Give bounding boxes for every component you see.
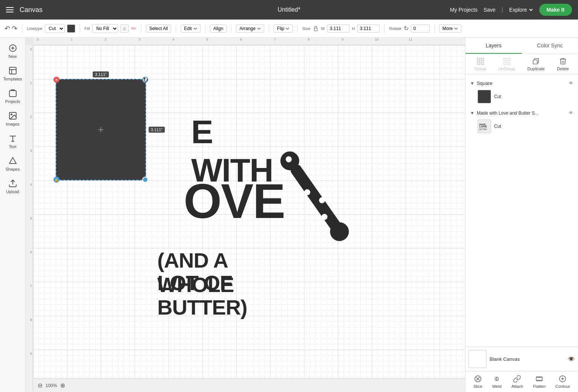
design-layer-header[interactable]: ▼ Made with Love and Butter S... 👁 [468,109,575,117]
chevron-down-icon [529,8,533,12]
slice-action[interactable]: Slice [473,375,482,389]
rotate-handle[interactable]: ↻ [142,77,148,83]
blank-canvas-visibility-icon[interactable]: 👁️ [567,356,575,363]
sidebar-item-upload[interactable]: Upload [2,176,24,197]
dimension-label-height: 3.111" [149,127,165,133]
svg-rect-24 [503,62,506,64]
tab-color-sync[interactable]: Color Sync [522,38,578,54]
more-button[interactable]: More [439,24,461,33]
svg-rect-4 [9,67,16,74]
save-button[interactable]: Save [484,7,496,13]
svg-rect-23 [508,58,510,61]
svg-rect-0 [314,28,317,31]
center-icon: + [98,124,104,136]
make-it-button[interactable]: Make It [539,4,572,16]
svg-rect-7 [9,91,16,97]
square-visibility-icon[interactable]: 👁 [569,80,573,86]
fill-select[interactable]: No Fill [92,24,118,33]
fill-color-swatch[interactable] [120,24,129,33]
svg-text:BUTTER: BUTTER [479,128,487,130]
lock-handle[interactable]: 🔒 [53,177,59,183]
edit-dropdown-icon [193,27,197,30]
design-layer-group: ▼ Made with Love and Butter S... 👁 MADE … [465,107,578,137]
more-dropdown-icon [454,27,458,30]
hamburger-menu[interactable] [6,7,14,12]
topbar: Canvas Untitled* My Projects Save | Expl… [0,0,578,20]
arrange-dropdown-icon [257,27,261,30]
width-input[interactable] [327,24,350,33]
height-label: H [352,26,355,31]
svg-rect-25 [508,62,510,64]
sidebar-item-templates[interactable]: Templates [2,63,24,84]
square-collapse-icon: ▼ [470,81,475,86]
weld-action[interactable]: Weld [492,375,502,389]
svg-rect-31 [536,377,543,380]
linetype-color-swatch[interactable] [67,24,75,33]
fill-label: Fill [85,26,90,31]
my-projects-link[interactable]: My Projects [450,7,478,13]
delete-handle[interactable]: ✕ [53,77,59,83]
panel-actions: Group UnGroup Duplicate Delete [465,54,578,74]
main-area: New Templates Projects Images Text Shape… [0,38,578,392]
delete-action[interactable]: Delete [557,57,569,71]
sidebar-item-new[interactable]: New [2,41,24,62]
pen-icon[interactable]: ✏ [131,24,137,33]
rotate-icon: ↻ [404,25,409,32]
ungroup-action[interactable]: UnGroup [498,57,515,71]
edit-button[interactable]: Edit [181,24,201,33]
rotate-input[interactable] [411,24,430,33]
zoom-out-button[interactable]: ⊖ [38,382,43,389]
zoom-in-button[interactable]: ⊕ [60,382,65,389]
duplicate-action[interactable]: Duplicate [528,57,545,71]
canvas-area[interactable]: 0 1 2 3 4 5 6 7 8 9 10 11 0 1 2 3 4 5 6 … [26,38,465,392]
sidebar-item-text[interactable]: Text [2,131,24,152]
group-action[interactable]: Group [475,57,486,71]
linetype-select[interactable]: Cut [45,24,65,33]
sidebar-item-images[interactable]: Images [2,108,24,129]
align-button[interactable]: Align [210,24,227,33]
zoom-bar: ⊖ 100% ⊕ [33,378,465,392]
sidebar-item-shapes[interactable]: Shapes [2,153,24,174]
arrange-button[interactable]: Arrange [236,24,264,33]
flip-group: Flip [274,24,298,33]
svg-rect-22 [503,58,506,61]
redo-button[interactable]: ↷ [12,24,17,33]
width-label: W [321,26,325,31]
right-panel: Layers Color Sync Group UnGroup Duplicat… [465,38,578,392]
square-layer-header[interactable]: ▼ Square 👁 [468,79,575,88]
align-group: Align [210,24,232,33]
attach-action[interactable]: Attach [511,375,523,389]
flip-button[interactable]: Flip [274,24,293,33]
fill-group: Fill No Fill ✏ [85,24,141,33]
flip-dropdown-icon [286,27,289,30]
square-layer-thumb [478,90,491,103]
panel-tabs: Layers Color Sync [465,38,578,54]
design-collapse-icon: ▼ [470,110,475,116]
blank-canvas-label: Blank Canvas [490,356,564,362]
svg-rect-19 [481,58,483,61]
select-all-button[interactable]: Select All [146,24,171,33]
design-layer-item[interactable]: MADE LOVE BUTTER Cut [468,117,575,135]
flatten-action[interactable]: Flatten [533,375,546,389]
scale-handle[interactable] [142,177,148,183]
square-element[interactable]: + 3.111" 3.111" ✕ ↻ 🔒 [56,79,146,180]
square-layer-name: Square [477,80,493,86]
height-input[interactable] [357,24,380,33]
dimension-label-width: 3.111" [93,71,109,77]
svg-rect-20 [477,62,479,64]
rotate-group: Rotate ↻ [389,24,434,33]
canvas-content[interactable]: + 3.111" 3.111" ✕ ↻ 🔒 E WITH OVE [33,45,465,378]
contour-action[interactable]: Contour [555,375,570,389]
layers-list: ▼ Square 👁 Cut ▼ Made with Love and Butt… [465,74,578,347]
design-layer-name: Made with Love and Butter S... [477,110,538,116]
ruler-top: 0 1 2 3 4 5 6 7 8 9 10 11 [33,38,465,45]
edit-group: Edit [181,24,205,33]
svg-text:LOVE: LOVE [479,125,487,128]
undo-button[interactable]: ↶ [5,24,10,33]
app-name: Canvas [20,6,43,14]
sidebar-item-projects[interactable]: Projects [2,86,24,107]
tab-layers[interactable]: Layers [465,38,522,54]
design-visibility-icon[interactable]: 👁 [569,110,573,116]
square-layer-item[interactable]: Cut [468,88,575,106]
explore-button[interactable]: Explore [509,7,533,13]
